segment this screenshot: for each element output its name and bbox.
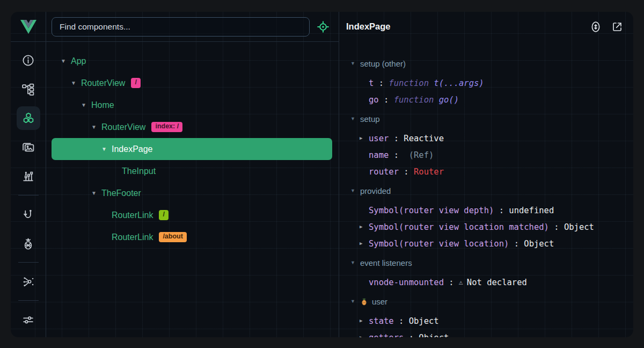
component-name: RouterView [81, 78, 125, 88]
expander-icon[interactable]: ▼ [91, 125, 101, 130]
state-row-go: go : function go() [339, 91, 633, 108]
state-value: function [389, 78, 434, 88]
state-row-state[interactable]: ▶state : Object [339, 313, 633, 329]
tree-row-app[interactable]: ▼App [52, 50, 332, 72]
info-icon [21, 54, 35, 67]
pineapple-icon [360, 298, 368, 306]
state-row-user[interactable]: ▶user : Reactive [339, 130, 633, 147]
component-name: RouterLink [112, 233, 153, 242]
colon: : [394, 316, 409, 326]
sidebar-item-settings[interactable] [17, 308, 40, 331]
state-row-name: name : (Ref) [339, 147, 633, 163]
open-in-editor-icon [611, 20, 624, 33]
state-key: state [369, 316, 394, 326]
row-expander-icon[interactable]: ▶ [360, 241, 369, 246]
section-header-setup-other-[interactable]: ▼setup (other) [339, 55, 633, 72]
inspector-title: IndexPage [346, 21, 581, 32]
tree-row-routerview[interactable]: ▼RouterViewindex: / [52, 116, 332, 138]
inspector-panel: IndexPage ▼setup (other)t : function t(.… [339, 12, 633, 337]
state-value: function [394, 95, 439, 105]
tree-row-thefooter[interactable]: ▼TheFooter [52, 182, 332, 204]
colon: : [389, 150, 404, 160]
expander-icon[interactable]: ▼ [81, 103, 91, 108]
state-key: name [369, 150, 389, 160]
warning-icon: ⚠ [459, 278, 463, 286]
tree-row-theinput[interactable]: TheInput [52, 160, 332, 182]
state-key: getters [369, 333, 404, 338]
section-label: user [372, 297, 387, 306]
tree-row-routerlink[interactable]: RouterLink/about [52, 226, 332, 248]
sidebar-item-components[interactable] [17, 106, 40, 130]
state-row-symbol-router-view-location-matched-[interactable]: ▶Symbol(router view location matched) : … [339, 219, 633, 235]
row-expander-icon[interactable]: ▶ [360, 335, 369, 337]
sidebar-item-timeline[interactable] [17, 164, 40, 188]
section-expander-icon[interactable]: ▼ [350, 299, 355, 304]
component-name: TheFooter [101, 189, 141, 198]
tree-row-home[interactable]: ▼Home [52, 94, 332, 116]
colon: : [549, 222, 564, 232]
open-in-editor-button[interactable] [611, 20, 624, 33]
component-tree: ▼App▼RouterView/▼Home▼RouterViewindex: /… [46, 42, 339, 337]
sidebar-icons [11, 42, 46, 337]
state-row-router: router : Router [339, 163, 633, 180]
sidebar-bottom-group [17, 299, 40, 331]
section-expander-icon[interactable]: ▼ [350, 260, 355, 265]
section-header-provided[interactable]: ▼provided [339, 183, 633, 199]
section-expander-icon[interactable]: ▼ [350, 117, 355, 121]
sidebar-item-graph[interactable] [17, 270, 40, 293]
tree-row-routerview[interactable]: ▼RouterView/ [52, 72, 332, 94]
settings-icon [21, 313, 35, 327]
tree-row-indexpage[interactable]: ▼IndexPage [52, 138, 332, 160]
state-row-getters[interactable]: ▶getters : Object [339, 329, 633, 337]
section-header-event-listeners[interactable]: ▼event listeners [339, 255, 633, 271]
section-expander-icon[interactable]: ▼ [350, 189, 355, 193]
sidebar-item-component-outline[interactable] [17, 77, 40, 101]
component-name: RouterView [101, 122, 145, 132]
component-outline-icon [21, 83, 35, 96]
component-name: RouterLink [112, 211, 153, 220]
route-badge: / [159, 210, 168, 220]
sidebar-item-router[interactable] [17, 202, 40, 226]
state-value: Object [409, 316, 439, 326]
inspector-state: ▼setup (other)t : function t(...args)go … [339, 41, 633, 337]
expander-icon[interactable]: ▼ [91, 191, 101, 196]
vue-logo-icon [20, 20, 36, 34]
components-panel: ▼App▼RouterView/▼Home▼RouterViewindex: /… [46, 12, 339, 337]
sidebar-item-pages[interactable] [17, 135, 40, 159]
state-key: user [369, 134, 389, 143]
tree-row-routerlink[interactable]: RouterLink/ [52, 204, 332, 226]
scroll-to-component-button[interactable] [589, 20, 602, 34]
select-component-button[interactable] [314, 18, 332, 36]
section-label: setup (other) [360, 59, 406, 68]
state-row-t: t : function t(...args) [339, 75, 633, 91]
section-header-user[interactable]: ▼user [339, 293, 633, 310]
expander-icon[interactable]: ▼ [71, 81, 81, 86]
section-label: setup [360, 114, 380, 124]
search-input[interactable] [52, 17, 310, 37]
row-expander-icon[interactable]: ▶ [360, 224, 369, 229]
row-expander-icon[interactable]: ▶ [360, 318, 369, 323]
sidebar-item-pinia[interactable] [17, 231, 40, 255]
sidebar-divider [18, 300, 39, 301]
sidebar [11, 12, 46, 337]
section-label: provided [360, 186, 391, 195]
sidebar-item-info[interactable] [17, 48, 40, 72]
section-expander-icon[interactable]: ▼ [350, 61, 355, 66]
pinia-store-icon [360, 298, 368, 306]
expander-icon[interactable]: ▼ [101, 147, 112, 152]
state-row-symbol-router-view-location-[interactable]: ▶Symbol(router view location) : Object [339, 235, 633, 252]
target-icon [316, 20, 330, 34]
colon: : [389, 134, 404, 143]
state-key: vnode-unmounted [369, 278, 444, 287]
colon: : [404, 333, 419, 338]
route-badge: / [131, 78, 140, 88]
vue-logo [11, 12, 46, 42]
expander-icon[interactable]: ▼ [61, 59, 71, 64]
row-expander-icon[interactable]: ▶ [360, 136, 369, 141]
state-key: t [369, 78, 374, 88]
section-label: event listeners [360, 258, 412, 267]
state-value: Object [524, 239, 554, 249]
inspector-header: IndexPage [339, 12, 633, 41]
pinia-icon [21, 237, 35, 250]
section-header-setup[interactable]: ▼setup [339, 111, 633, 127]
